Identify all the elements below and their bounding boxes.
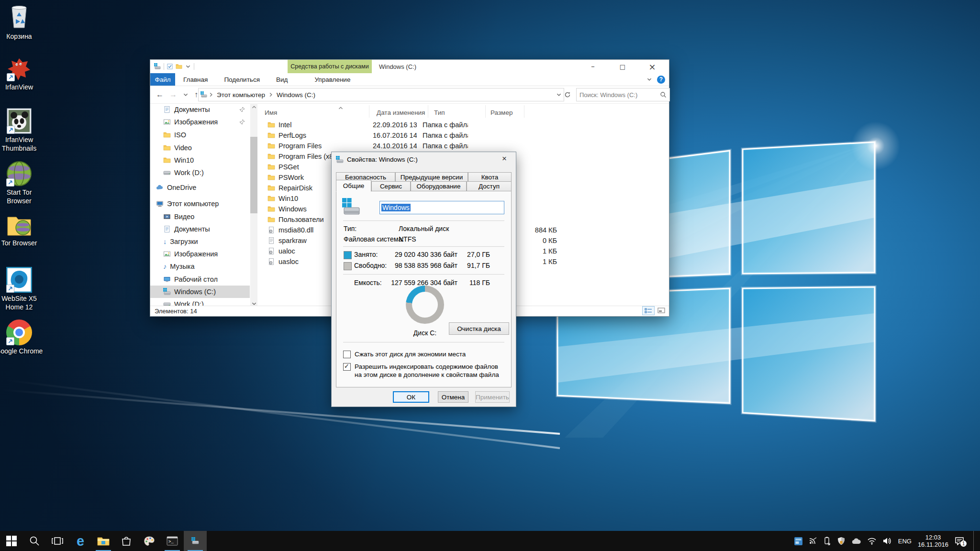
volume-label-input[interactable]: Windows	[379, 201, 504, 214]
taskbar-search-button[interactable]	[23, 531, 46, 551]
tab-previous-versions[interactable]: Предыдущие версии	[395, 172, 468, 181]
compress-checkbox-row[interactable]: Сжать этот диск для экономии места	[343, 350, 505, 358]
minimize-button[interactable]	[578, 60, 608, 73]
ribbon-tab-file[interactable]: Файл	[150, 73, 175, 86]
nav-item-downloads[interactable]: ↓Загрузки	[150, 235, 250, 248]
dialog-close-icon[interactable]: ×	[498, 153, 511, 165]
index-checkbox[interactable]	[343, 363, 351, 371]
tray-app-indicator-icon[interactable]	[794, 537, 802, 545]
nav-item-iso[interactable]: ISO	[150, 129, 250, 141]
breadcrumb-this-pc[interactable]: Этот компьютер	[215, 91, 267, 99]
column-header-size[interactable]: Размер	[486, 105, 524, 118]
tab-tools[interactable]: Сервис	[371, 181, 411, 191]
desktop-icon-google-chrome[interactable]: Google Chrome	[0, 320, 43, 355]
file-row[interactable]: Intel22.09.2016 13:36Папка с файлами	[261, 120, 669, 130]
drive-properties-taskbar-button[interactable]	[184, 531, 207, 551]
refresh-button[interactable]	[562, 88, 573, 101]
language-indicator[interactable]: ENG	[898, 538, 912, 545]
chevron-right-icon[interactable]	[268, 92, 274, 98]
taskbar-clock[interactable]: 12:03 16.11.2016	[918, 534, 948, 548]
explorer-title-bar[interactable]: Средства работы с дисками Windows (C:)	[150, 60, 669, 73]
edge-taskbar-button[interactable]: e	[69, 531, 92, 551]
large-icons-view-toggle[interactable]	[656, 306, 667, 314]
new-folder-icon[interactable]	[176, 63, 182, 70]
nav-item-win10[interactable]: Win10	[150, 154, 250, 166]
show-desktop-button[interactable]	[973, 531, 977, 551]
paint-taskbar-button[interactable]	[138, 531, 161, 551]
column-header-date[interactable]: Дата изменения	[369, 105, 428, 118]
scroll-up-icon[interactable]	[250, 103, 257, 110]
recent-locations-chevron-icon[interactable]	[183, 92, 189, 98]
back-button[interactable]: ←	[156, 90, 164, 99]
chevron-right-icon[interactable]	[208, 92, 214, 98]
forward-button[interactable]: →	[169, 90, 177, 99]
tab-hardware[interactable]: Оборудование	[411, 181, 467, 191]
start-button[interactable]	[0, 531, 23, 551]
store-taskbar-button[interactable]	[115, 531, 138, 551]
nav-item-documents-pinned[interactable]: Документы	[150, 103, 250, 116]
nav-item-music[interactable]: ♪Музыка	[150, 260, 250, 273]
nav-item-documents[interactable]: Документы	[150, 223, 250, 235]
close-button[interactable]	[637, 60, 667, 73]
task-view-button[interactable]	[46, 531, 69, 551]
nav-item-this-pc[interactable]: Этот компьютер	[150, 198, 250, 210]
desktop-icon-irfanview-thumbnails[interactable]: IrfanView Thumbnails	[0, 108, 43, 153]
nav-scrollbar[interactable]	[250, 103, 257, 307]
drive-icon[interactable]	[154, 63, 161, 70]
file-explorer-taskbar-button[interactable]	[92, 531, 115, 551]
tab-sharing[interactable]: Доступ	[467, 181, 512, 191]
desktop-icon-recycle-bin[interactable]: Корзина	[0, 4, 43, 41]
breadcrumb[interactable]: Этот компьютер Windows (C:)	[198, 88, 564, 101]
maximize-button[interactable]	[608, 60, 637, 73]
nav-item-windows-c-selected[interactable]: Windows (C:)	[150, 286, 250, 298]
disk-cleanup-button[interactable]: Очистка диска	[449, 322, 509, 335]
tray-security-shield-icon[interactable]	[837, 537, 845, 545]
ribbon-tab-share[interactable]: Поделиться	[216, 73, 268, 86]
index-checkbox-row[interactable]: Разрешить индексировать содержимое файло…	[343, 363, 505, 379]
address-dropdown-chevron-icon[interactable]	[556, 92, 562, 98]
ok-button[interactable]: ОК	[393, 391, 429, 403]
dialog-title-bar[interactable]: Свойства: Windows (C:) ×	[332, 152, 516, 167]
tray-usb-device-icon[interactable]	[824, 537, 831, 545]
column-header-name[interactable]: Имя	[261, 105, 369, 118]
nav-item-videos[interactable]: Видео	[150, 210, 250, 223]
cancel-button[interactable]: Отмена	[438, 391, 468, 403]
column-header-type[interactable]: Тип	[428, 105, 486, 118]
nav-item-desktop[interactable]: Рабочий стол	[150, 273, 250, 286]
tray-wifi-icon[interactable]	[867, 538, 877, 545]
action-center-button[interactable]: 1	[955, 537, 964, 545]
tab-general-active[interactable]: Общие	[336, 180, 371, 192]
nav-item-pictures-pinned[interactable]: Изображения	[150, 116, 250, 128]
ribbon-tab-view[interactable]: Вид	[268, 73, 296, 86]
file-row[interactable]: PerfLogs16.07.2016 14:47Папка с файлами	[261, 130, 669, 141]
breadcrumb-drive-c[interactable]: Windows (C:)	[275, 91, 317, 99]
expand-ribbon-chevron-icon[interactable]	[646, 77, 652, 82]
tab-quota[interactable]: Квота	[468, 172, 512, 181]
scrollbar-thumb[interactable]	[250, 137, 257, 213]
customize-toolbar-chevron-icon[interactable]	[185, 64, 191, 69]
nav-item-pictures[interactable]: Изображения	[150, 248, 250, 260]
ribbon-tab-manage[interactable]: Управление	[306, 73, 358, 86]
folder-icon	[267, 163, 275, 171]
help-icon[interactable]: ?	[657, 76, 665, 84]
up-button[interactable]: ↑	[194, 90, 198, 99]
search-input[interactable]: Поиск: Windows (C:)	[576, 88, 670, 101]
compress-checkbox[interactable]	[343, 351, 351, 358]
command-prompt-taskbar-button[interactable]: >_	[161, 531, 184, 551]
nav-item-video[interactable]: Video	[150, 142, 250, 154]
tray-volume-icon[interactable]	[883, 537, 892, 545]
tray-onedrive-cloud-icon[interactable]	[851, 538, 861, 544]
desktop-icon-tor-browser[interactable]: Tor Browser	[0, 213, 43, 247]
search-icon[interactable]	[660, 91, 667, 98]
ribbon-tab-home[interactable]: Главная	[175, 73, 216, 86]
properties-icon[interactable]	[167, 64, 173, 69]
nav-item-work-d[interactable]: Work (D:)	[150, 166, 250, 179]
tray-satellite-icon[interactable]	[809, 537, 818, 545]
contextual-tab-drive-tools[interactable]: Средства работы с дисками	[288, 60, 372, 73]
details-view-toggle[interactable]	[642, 306, 655, 315]
nav-item-onedrive[interactable]: OneDrive	[150, 181, 250, 194]
desktop-icon-start-tor-browser[interactable]: Start Tor Browser	[0, 161, 43, 205]
file-row[interactable]: Program Files24.10.2016 14:16Папка с фай…	[261, 141, 669, 151]
desktop-icon-website-x5[interactable]: WebSite X5 Home 12	[0, 267, 43, 311]
desktop-icon-irfanview[interactable]: IrfanView	[0, 56, 43, 91]
